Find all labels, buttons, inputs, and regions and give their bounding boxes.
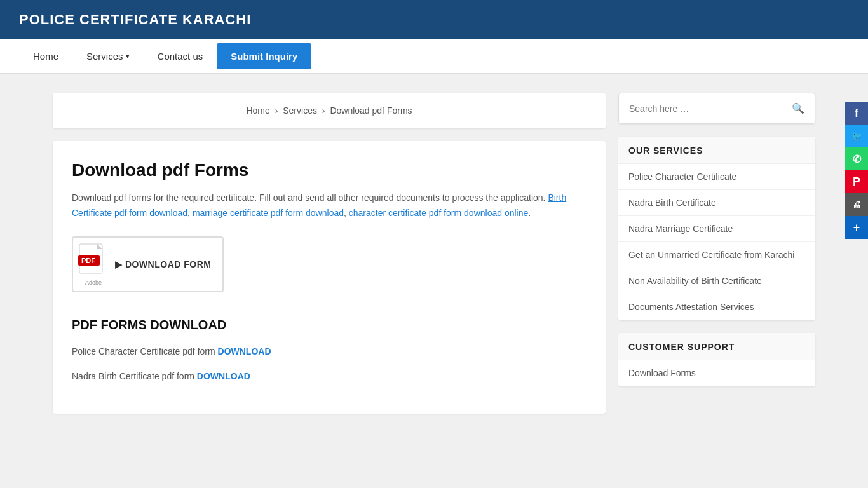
chevron-down-icon: ▾ [126, 52, 130, 60]
breadcrumb-sep-2: › [322, 105, 328, 116]
nav-contact[interactable]: Contact us [144, 39, 217, 73]
list-item: Nadra Birth Certificate [618, 190, 815, 216]
print-button[interactable]: 🖨 [845, 193, 868, 216]
adobe-label: Adobe [85, 280, 102, 286]
social-bar: f 🐦 ✆ P 🖨 + [845, 102, 868, 239]
customer-support-title: CUSTOMER SUPPORT [618, 333, 815, 360]
page-title: Download pdf Forms [72, 160, 587, 180]
service-link-nadra-birth[interactable]: Nadra Birth Certificate [618, 190, 815, 215]
download-form-label: ▶ DOWNLOAD FORM [115, 259, 211, 269]
service-link-doc-attestation[interactable]: Documents Attestation Services [618, 294, 815, 320]
breadcrumb: Home › Services › Download pdf Forms [53, 93, 606, 128]
support-link-download-forms[interactable]: Download Forms [618, 360, 815, 386]
customer-support-widget: CUSTOMER SUPPORT Download Forms [618, 333, 815, 386]
search-box: 🔍 [618, 93, 815, 124]
list-item: Nadra Marriage Certificate [618, 216, 815, 242]
content-card: Download pdf Forms Download pdf forms fo… [53, 141, 606, 414]
service-link-police-cert[interactable]: Police Character Certificate [618, 164, 815, 189]
pdf-file-icon: PDF [78, 243, 109, 280]
search-widget: 🔍 [618, 93, 815, 124]
pinterest-button[interactable]: P [845, 170, 868, 193]
pdf-form-text-1: Police Character Certificate pdf form [72, 346, 218, 356]
nav-bar: Home Services ▾ Contact us Submit Inquir… [0, 39, 868, 74]
breadcrumb-sep-1: › [275, 105, 281, 116]
page-wrapper: Home › Services › Download pdf Forms Dow… [40, 93, 828, 414]
service-link-non-availability[interactable]: Non Availability of Birth Certificate [618, 268, 815, 294]
search-input[interactable] [629, 104, 787, 114]
site-header: POLICE CERTIFICATE KARACHI [0, 0, 868, 39]
whatsapp-button[interactable]: ✆ [845, 147, 868, 170]
breadcrumb-home[interactable]: Home [246, 105, 269, 116]
pinterest-icon: P [853, 175, 860, 189]
sidebar: 🔍 OUR SERVICES Police Character Certific… [618, 93, 815, 414]
main-content: Home › Services › Download pdf Forms Dow… [53, 93, 606, 414]
intro-text: Download pdf forms for the required cert… [72, 191, 587, 221]
print-icon: 🖨 [852, 200, 861, 210]
list-item: Non Availability of Birth Certificate [618, 268, 815, 294]
customer-support-list: Download Forms [618, 360, 815, 386]
our-services-list: Police Character Certificate Nadra Birth… [618, 164, 815, 320]
share-button[interactable]: + [845, 216, 868, 239]
twitter-icon: 🐦 [851, 131, 862, 141]
our-services-title: OUR SERVICES [618, 137, 815, 164]
svg-text:PDF: PDF [81, 257, 95, 264]
police-cert-download-link[interactable]: DOWNLOAD [218, 346, 271, 356]
pdf-form-row-1: Police Character Certificate pdf form DO… [72, 345, 587, 358]
breadcrumb-services[interactable]: Services [283, 105, 317, 116]
our-services-widget: OUR SERVICES Police Character Certificat… [618, 137, 815, 320]
pdf-forms-section-title: PDF FORMS DOWNLOAD [72, 318, 587, 332]
nadra-birth-download-link[interactable]: DOWNLOAD [197, 371, 250, 381]
pdf-download-button[interactable]: PDF Adobe ▶ DOWNLOAD FORM [72, 236, 224, 292]
pdf-form-row-2: Nadra Birth Certificate pdf form DOWNLOA… [72, 370, 587, 383]
pdf-form-text-2: Nadra Birth Certificate pdf form [72, 371, 197, 381]
pdf-icon-box: PDF Adobe [78, 243, 109, 286]
breadcrumb-current: Download pdf Forms [330, 105, 412, 116]
search-icon[interactable]: 🔍 [792, 102, 804, 114]
site-title: POLICE CERTIFICATE KARACHI [19, 11, 849, 28]
list-item: Documents Attestation Services [618, 294, 815, 320]
list-item: Download Forms [618, 360, 815, 386]
service-link-unmarried-cert[interactable]: Get an Unmarried Certificate from Karach… [618, 242, 815, 268]
marriage-cert-link[interactable]: marriage certificate pdf form download [193, 208, 344, 218]
facebook-icon: f [855, 107, 858, 120]
twitter-button[interactable]: 🐦 [845, 125, 868, 147]
list-item: Police Character Certificate [618, 164, 815, 190]
nav-services[interactable]: Services ▾ [72, 39, 144, 73]
facebook-button[interactable]: f [845, 102, 868, 125]
nav-home[interactable]: Home [19, 39, 72, 73]
char-cert-link[interactable]: character certificate pdf form download … [349, 208, 528, 218]
share-icon: + [853, 221, 860, 234]
nav-submit-inquiry[interactable]: Submit Inquiry [217, 43, 311, 69]
list-item: Get an Unmarried Certificate from Karach… [618, 242, 815, 268]
whatsapp-icon: ✆ [853, 153, 861, 165]
service-link-nadra-marriage[interactable]: Nadra Marriage Certificate [618, 216, 815, 241]
